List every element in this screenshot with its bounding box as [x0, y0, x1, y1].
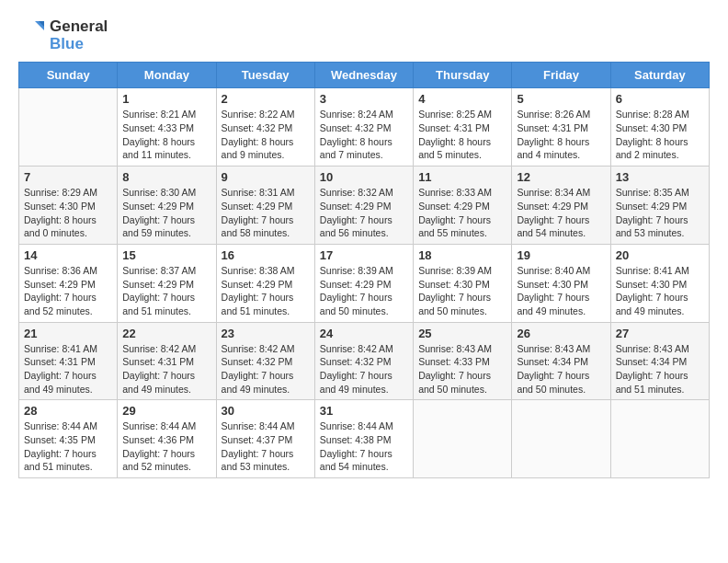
day-info: Sunrise: 8:22 AMSunset: 4:32 PMDaylight:… [222, 108, 310, 162]
day-info: Sunrise: 8:40 AMSunset: 4:30 PMDaylight:… [517, 264, 605, 318]
day-info: Sunrise: 8:42 AMSunset: 4:32 PMDaylight:… [320, 342, 408, 396]
calendar-cell: 11Sunrise: 8:33 AMSunset: 4:29 PMDayligh… [414, 167, 512, 245]
day-number: 15 [122, 248, 210, 262]
calendar-cell: 23Sunrise: 8:42 AMSunset: 4:32 PMDayligh… [216, 322, 314, 400]
calendar-cell: 29Sunrise: 8:44 AMSunset: 4:36 PMDayligh… [118, 400, 216, 478]
calendar-cell: 22Sunrise: 8:42 AMSunset: 4:31 PMDayligh… [118, 322, 216, 400]
weekday-header-row: SundayMondayTuesdayWednesdayThursdayFrid… [19, 63, 710, 88]
day-number: 8 [122, 170, 210, 184]
calendar-cell: 9Sunrise: 8:31 AMSunset: 4:29 PMDaylight… [216, 167, 314, 245]
weekday-header-tuesday: Tuesday [216, 63, 314, 88]
day-info: Sunrise: 8:24 AMSunset: 4:32 PMDaylight:… [320, 108, 408, 162]
day-info: Sunrise: 8:44 AMSunset: 4:35 PMDaylight:… [24, 419, 112, 474]
calendar-cell: 7Sunrise: 8:29 AMSunset: 4:30 PMDaylight… [19, 167, 118, 245]
calendar-cell: 13Sunrise: 8:35 AMSunset: 4:29 PMDayligh… [610, 167, 709, 245]
week-row-3: 21Sunrise: 8:41 AMSunset: 4:31 PMDayligh… [19, 322, 710, 400]
day-number: 6 [616, 92, 704, 106]
day-info: Sunrise: 8:33 AMSunset: 4:29 PMDaylight:… [418, 186, 506, 240]
calendar-cell: 4Sunrise: 8:25 AMSunset: 4:31 PMDaylight… [414, 88, 512, 167]
day-number: 9 [222, 170, 310, 184]
calendar-cell: 1Sunrise: 8:21 AMSunset: 4:33 PMDaylight… [118, 88, 216, 167]
day-number: 20 [616, 248, 704, 262]
calendar-cell: 18Sunrise: 8:39 AMSunset: 4:30 PMDayligh… [414, 244, 512, 322]
logo-blue: Blue [50, 36, 108, 53]
calendar-cell: 19Sunrise: 8:40 AMSunset: 4:30 PMDayligh… [512, 244, 610, 322]
day-info: Sunrise: 8:29 AMSunset: 4:30 PMDaylight:… [24, 186, 112, 240]
day-number: 24 [320, 327, 408, 340]
day-number: 26 [517, 327, 605, 340]
calendar-table: SundayMondayTuesdayWednesdayThursdayFrid… [18, 62, 710, 478]
week-row-2: 14Sunrise: 8:36 AMSunset: 4:29 PMDayligh… [19, 244, 710, 322]
day-number: 22 [122, 327, 210, 340]
day-info: Sunrise: 8:44 AMSunset: 4:38 PMDaylight:… [320, 419, 408, 474]
weekday-header-sunday: Sunday [19, 63, 118, 88]
calendar-cell: 27Sunrise: 8:43 AMSunset: 4:34 PMDayligh… [610, 322, 709, 400]
calendar-cell: 17Sunrise: 8:39 AMSunset: 4:29 PMDayligh… [314, 244, 413, 322]
day-info: Sunrise: 8:41 AMSunset: 4:30 PMDaylight:… [616, 264, 704, 318]
day-number: 7 [24, 170, 112, 184]
calendar-cell: 8Sunrise: 8:30 AMSunset: 4:29 PMDaylight… [118, 167, 216, 245]
calendar-cell: 30Sunrise: 8:44 AMSunset: 4:37 PMDayligh… [216, 400, 314, 478]
calendar-cell [512, 400, 610, 478]
calendar-cell: 5Sunrise: 8:26 AMSunset: 4:31 PMDaylight… [512, 88, 610, 167]
day-info: Sunrise: 8:30 AMSunset: 4:29 PMDaylight:… [122, 186, 210, 240]
day-info: Sunrise: 8:31 AMSunset: 4:29 PMDaylight:… [222, 186, 310, 240]
day-number: 16 [222, 248, 310, 262]
day-number: 10 [320, 170, 408, 184]
day-number: 30 [222, 404, 310, 418]
day-number: 28 [24, 404, 112, 418]
day-number: 18 [418, 248, 506, 262]
day-info: Sunrise: 8:42 AMSunset: 4:31 PMDaylight:… [122, 342, 210, 396]
calendar-cell: 20Sunrise: 8:41 AMSunset: 4:30 PMDayligh… [610, 244, 709, 322]
day-info: Sunrise: 8:44 AMSunset: 4:37 PMDaylight:… [222, 419, 310, 474]
weekday-header-thursday: Thursday [414, 63, 512, 88]
day-number: 31 [320, 404, 408, 418]
day-number: 27 [616, 327, 704, 340]
day-number: 14 [24, 248, 112, 262]
day-info: Sunrise: 8:39 AMSunset: 4:29 PMDaylight:… [320, 264, 408, 318]
day-info: Sunrise: 8:28 AMSunset: 4:30 PMDaylight:… [616, 108, 704, 162]
day-info: Sunrise: 8:43 AMSunset: 4:33 PMDaylight:… [418, 342, 506, 396]
day-number: 2 [222, 92, 310, 106]
logo-icon [18, 19, 46, 52]
week-row-0: 1Sunrise: 8:21 AMSunset: 4:33 PMDaylight… [19, 88, 710, 167]
calendar-cell: 15Sunrise: 8:37 AMSunset: 4:29 PMDayligh… [118, 244, 216, 322]
calendar-cell: 12Sunrise: 8:34 AMSunset: 4:29 PMDayligh… [512, 167, 610, 245]
calendar-cell: 10Sunrise: 8:32 AMSunset: 4:29 PMDayligh… [314, 167, 413, 245]
weekday-header-monday: Monday [118, 63, 216, 88]
week-row-4: 28Sunrise: 8:44 AMSunset: 4:35 PMDayligh… [19, 400, 710, 478]
day-number: 21 [24, 327, 112, 340]
day-number: 13 [616, 170, 704, 184]
calendar-cell [610, 400, 709, 478]
day-info: Sunrise: 8:34 AMSunset: 4:29 PMDaylight:… [517, 186, 605, 240]
day-number: 17 [320, 248, 408, 262]
day-number: 3 [320, 92, 408, 106]
day-number: 23 [222, 327, 310, 340]
weekday-header-friday: Friday [512, 63, 610, 88]
day-info: Sunrise: 8:21 AMSunset: 4:33 PMDaylight:… [122, 108, 210, 162]
day-number: 29 [122, 404, 210, 418]
day-number: 12 [517, 170, 605, 184]
day-info: Sunrise: 8:37 AMSunset: 4:29 PMDaylight:… [122, 264, 210, 318]
day-number: 25 [418, 327, 506, 340]
day-number: 11 [418, 170, 506, 184]
day-number: 5 [517, 92, 605, 106]
day-info: Sunrise: 8:43 AMSunset: 4:34 PMDaylight:… [616, 342, 704, 396]
calendar-cell [19, 88, 118, 167]
day-info: Sunrise: 8:41 AMSunset: 4:31 PMDaylight:… [24, 342, 112, 396]
calendar-cell [414, 400, 512, 478]
day-number: 19 [517, 248, 605, 262]
day-info: Sunrise: 8:32 AMSunset: 4:29 PMDaylight:… [320, 186, 408, 240]
calendar-cell: 14Sunrise: 8:36 AMSunset: 4:29 PMDayligh… [19, 244, 118, 322]
calendar-cell: 28Sunrise: 8:44 AMSunset: 4:35 PMDayligh… [19, 400, 118, 478]
logo: GeneralBlue [18, 18, 108, 52]
calendar-cell: 2Sunrise: 8:22 AMSunset: 4:32 PMDaylight… [216, 88, 314, 167]
week-row-1: 7Sunrise: 8:29 AMSunset: 4:30 PMDaylight… [19, 167, 710, 245]
calendar-cell: 3Sunrise: 8:24 AMSunset: 4:32 PMDaylight… [314, 88, 413, 167]
calendar-cell: 26Sunrise: 8:43 AMSunset: 4:34 PMDayligh… [512, 322, 610, 400]
calendar-cell: 31Sunrise: 8:44 AMSunset: 4:38 PMDayligh… [314, 400, 413, 478]
day-number: 1 [122, 92, 210, 106]
day-info: Sunrise: 8:25 AMSunset: 4:31 PMDaylight:… [418, 108, 506, 162]
day-info: Sunrise: 8:39 AMSunset: 4:30 PMDaylight:… [418, 264, 506, 318]
day-number: 4 [418, 92, 506, 106]
